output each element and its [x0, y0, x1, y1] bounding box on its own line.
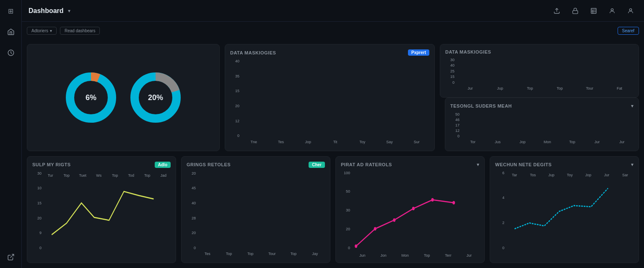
bar-col-1: Tne — [241, 138, 267, 144]
combo-y-axis: 6 4 2 0 — [495, 171, 504, 258]
grings-bars: Tes Top Top Tour Top Jay — [197, 171, 325, 258]
svg-line-1 — [10, 254, 13, 258]
page-title: Dashboard — [29, 7, 64, 15]
donut-1: 6% — [64, 70, 118, 125]
grings-chart: 20 45 40 28 20 0 Tes Top Top Tour Top Ja… — [187, 171, 325, 258]
donut-container: 6% 20% — [32, 49, 214, 146]
sulp-header: Sulp my rigts Adlo — [32, 162, 171, 168]
right-bar-1-area: Jur Jup Top Top Tour Fat — [456, 58, 634, 92]
combo-header: Wechun nete degits ▾ — [495, 162, 634, 168]
right-bar-2-title: Tesongl suders meah — [450, 103, 512, 108]
share-button[interactable] — [550, 4, 564, 18]
svg-point-9 — [629, 8, 631, 10]
user-button[interactable] — [605, 4, 619, 18]
svg-point-16 — [393, 218, 395, 222]
right-bar-2-area: Tor Jus Jop Mon Top Jur Jur — [461, 112, 634, 146]
user2-button[interactable] — [624, 4, 637, 18]
right-bar-1-title: Data maskiogies — [445, 49, 491, 54]
pink-area: Jun Jon Mon Top Terr Jur — [352, 171, 479, 258]
filters-button[interactable]: Adtoriers ▾ — [27, 27, 57, 35]
svg-point-18 — [431, 198, 434, 201]
row-2: Sulp my rigts Adlo 30 10 15 20 9 0 — [27, 156, 639, 263]
bar-col-7: Sur — [404, 138, 429, 144]
svg-point-17 — [412, 206, 415, 210]
lock-button[interactable] — [569, 4, 582, 18]
svg-point-14 — [355, 244, 357, 247]
external-link-icon[interactable] — [4, 250, 18, 264]
mid-bar-y-axis: 40 35 15 20 12 0 — [230, 59, 239, 146]
right-bar-1-header: Data maskiogies — [445, 49, 634, 54]
sulp-y-axis: 30 10 15 20 9 0 — [32, 171, 42, 258]
bar-col-3: Jop — [295, 138, 321, 144]
combo-panel: Wechun nete degits ▾ 6 4 2 0 — [490, 156, 639, 263]
topbar-actions — [550, 4, 637, 18]
pink-panel: Pirat ad raterols ▾ 100 50 30 20 0 — [335, 156, 485, 263]
combo-bars: Tar Tos Jup Toy Jop Jur Sar — [506, 171, 634, 179]
filter-bar: Adtoriers ▾ Read dashbears Searef — [27, 27, 639, 35]
pink-header: Pirat ad raterols ▾ — [341, 162, 479, 168]
right-panels: Data maskiogies 30 40 25 15 0 Jur — [440, 44, 639, 151]
grings-y-axis: 20 45 40 28 20 0 — [187, 171, 196, 258]
combo-area: Tar Tos Jup Toy Jop Jur Sar — [506, 171, 634, 258]
mid-bar-chart: 40 35 15 20 12 0 Tne Tes Jop Tit Toy Say — [230, 59, 429, 146]
donut-1-label: 6% — [86, 93, 96, 102]
svg-point-8 — [611, 8, 613, 10]
right-bar-2-chevron[interactable]: ▾ — [631, 103, 634, 109]
pink-y-axis: 100 50 30 20 0 — [341, 171, 350, 258]
sulp-badge: Adlo — [155, 162, 171, 168]
grid-icon[interactable]: ⊞ — [4, 4, 18, 18]
title-chevron[interactable]: ▾ — [68, 8, 70, 14]
right-bar-1-y-axis: 30 40 25 15 0 — [445, 58, 454, 92]
mid-bar-area: Tne Tes Jop Tit Toy Say Sur — [241, 59, 429, 146]
svg-rect-3 — [573, 10, 578, 13]
table-button[interactable] — [587, 4, 600, 18]
svg-point-15 — [374, 227, 377, 230]
mid-bar-header: Data maskiogies Pxprert — [230, 49, 429, 56]
clock-icon[interactable] — [4, 46, 18, 59]
grings-badge: Cher — [309, 162, 325, 168]
mid-bar-panel: Data maskiogies Pxprert 40 35 15 20 12 0… — [225, 44, 435, 151]
combo-chevron[interactable]: ▾ — [631, 162, 634, 168]
donut-2: 20% — [128, 70, 183, 125]
pink-x-labels: Jun Jon Mon Top Terr Jur — [352, 252, 479, 258]
pink-chart: 100 50 30 20 0 — [341, 171, 479, 258]
sidebar: ⊞ — [0, 0, 22, 268]
svg-point-19 — [452, 201, 455, 204]
bar-col-5: Toy — [350, 138, 375, 144]
main-area: Dashboard ▾ Adtoriers ▾ — [22, 0, 644, 268]
read-button[interactable]: Read dashbears — [60, 27, 100, 35]
svg-rect-4 — [591, 8, 596, 13]
grings-title: Grings retoles — [187, 162, 231, 167]
bar-col-2: Tes — [268, 138, 294, 144]
donut-panel: 6% 20% — [27, 44, 220, 151]
home-icon[interactable] — [4, 25, 18, 39]
mid-bar-badge: Pxprert — [408, 49, 429, 56]
donut-2-label: 20% — [148, 93, 163, 102]
combo-chart: 6 4 2 0 Tar Tos Jup Toy — [495, 171, 634, 258]
search-button[interactable]: Searef — [618, 27, 639, 35]
sulp-title: Sulp my rigts — [32, 162, 71, 167]
topbar: Dashboard ▾ — [22, 0, 644, 22]
right-bar-2-header: Tesongl suders meah ▾ — [450, 103, 634, 109]
row-1: 6% 20% Data maskiogies — [27, 44, 639, 151]
right-bar-1-chart: 30 40 25 15 0 Jur Jup Top Top Tour — [445, 58, 634, 92]
pink-title: Pirat ad raterols — [341, 162, 392, 167]
right-bar-panel-1: Data maskiogies 30 40 25 15 0 Jur — [440, 44, 639, 98]
right-bar-panel-2: Tesongl suders meah ▾ 50 46 17 12 0 — [445, 98, 639, 151]
right-bar-2-y-axis: 50 46 17 12 0 — [450, 112, 460, 146]
combo-title: Wechun nete degits — [495, 162, 552, 167]
sulp-panel: Sulp my rigts Adlo 30 10 15 20 9 0 — [27, 156, 176, 263]
right-bar-2-chart: 50 46 17 12 0 Tor Jus Jop Mon Top — [450, 112, 634, 146]
sulp-area: Tur Top Tuet Ws Top Tod Top Jad — [43, 171, 171, 258]
sulp-chart: 30 10 15 20 9 0 Tur Top — [32, 171, 171, 258]
bar-col-6: Say — [377, 138, 402, 144]
mid-bar-title: Data maskiogies — [230, 50, 276, 55]
content-area: Adtoriers ▾ Read dashbears Searef — [22, 22, 644, 268]
pink-chevron[interactable]: ▾ — [477, 162, 479, 168]
bar-col-4: Tit — [322, 138, 348, 144]
grings-header: Grings retoles Cher — [187, 162, 325, 168]
grings-panel: Grings retoles Cher 20 45 40 28 20 0 Tes — [181, 156, 330, 263]
